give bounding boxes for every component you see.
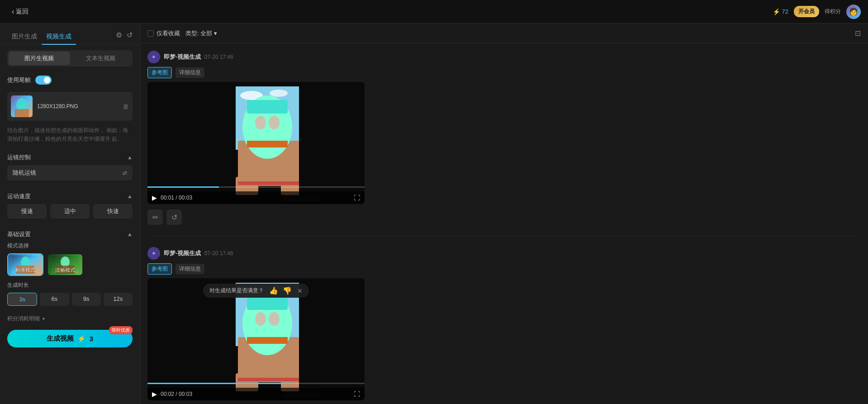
svg-point-1 (16, 98, 27, 111)
generate-btn-icon: ⚡ (77, 335, 86, 343)
tab-image-generation[interactable]: 图片生成 (7, 29, 42, 44)
camera-select[interactable]: 随机运镜 ⇄ (7, 165, 133, 181)
points-detail-link[interactable]: 得积分 (825, 8, 841, 15)
post-2-title: 即梦·视频生成 (164, 249, 201, 257)
post-1-play-button[interactable]: ▶ (152, 194, 157, 201)
post-1-edit-button[interactable]: ✏ (147, 209, 163, 225)
sub-tab-img-to-video[interactable]: 图片生视频 (9, 52, 70, 65)
main-layout: 图片生成 视频生成 ⚙ ↺ 图片生视频 文本生视频 使用尾帧 (0, 24, 868, 404)
speed-section-toggle[interactable]: ▲ (127, 193, 133, 200)
limited-offer-badge: 限时优惠 (109, 326, 133, 334)
duration-3s-button[interactable]: 3s (7, 293, 37, 306)
duration-9s-button[interactable]: 9s (72, 293, 101, 306)
image-thumbnail (11, 95, 33, 117)
post-1-tag-reference[interactable]: 参考图 (147, 67, 172, 78)
post-2-play-button[interactable]: ▶ (152, 390, 157, 398)
post-1-tag-detail[interactable]: 详细信息 (175, 67, 204, 78)
points-icon: ⚡ (773, 8, 780, 15)
post-1-video-frame: ▶ 00:01 / 00:03 ⛶ (147, 82, 365, 204)
svg-rect-22 (238, 181, 299, 185)
camera-control-section: 运镜控制 ▲ 随机运镜 ⇄ (0, 149, 140, 186)
post-1-header: ✦ 即梦·视频生成 07-20 17:46 (147, 51, 861, 63)
posts-container: ✦ 即梦·视频生成 07-20 17:46 参考图 详细信息 (140, 43, 868, 404)
post-1-retry-button[interactable]: ↺ (166, 209, 182, 225)
post-2-tags: 参考图 详细信息 (147, 263, 861, 275)
post-2-fullscreen-button[interactable]: ⛶ (354, 390, 360, 398)
camera-select-arrow-icon: ⇄ (123, 170, 127, 176)
tail-frame-toggle[interactable] (35, 76, 52, 85)
mode-standard-label: 标准模式 (8, 267, 43, 274)
duration-label: 生成时长 (7, 281, 133, 289)
camera-section-header: 运镜控制 ▲ (7, 149, 133, 165)
sub-tabs: 图片生视频 文本生视频 (7, 50, 133, 67)
svg-rect-40 (299, 278, 365, 400)
points-badge: ⚡ 72 (773, 8, 788, 15)
speed-slow-button[interactable]: 慢速 (7, 204, 47, 219)
svg-rect-38 (238, 378, 299, 381)
post-1-actions: ✏ ↺ (147, 209, 861, 225)
content-toolbar: 仅看收藏 类型: 全部 ▾ ⊡ (140, 24, 868, 43)
refresh-icon[interactable]: ↺ (127, 31, 133, 39)
folder-button[interactable]: ⊡ (855, 29, 861, 38)
settings-icon[interactable]: ⚙ (116, 31, 122, 39)
sub-tab-text-to-video[interactable]: 文本生视频 (70, 52, 132, 65)
post-2-time-display: 00:02 / 00:03 (161, 391, 192, 397)
back-arrow-icon: ‹ (12, 8, 14, 16)
tab-row: 图片生成 视频生成 ⚙ ↺ (0, 24, 140, 45)
cost-label: 积分消耗明细 (7, 315, 40, 323)
topbar-right: ⚡ 72 开会员 得积分 🧑 (773, 5, 861, 19)
speed-medium-button[interactable]: 适中 (50, 204, 90, 219)
post-1-video-controls: ▶ 00:01 / 00:03 ⛶ (147, 191, 365, 204)
post-1-video-bg: ▶ 00:01 / 00:03 ⛶ (147, 82, 365, 204)
post-2-video-frame: 对生成结果是否满意？ 👍 👎 ✕ (147, 278, 365, 400)
back-button[interactable]: ‹ 返回 (7, 5, 33, 19)
camera-section-toggle[interactable]: ▲ (127, 154, 133, 161)
post-2-tag-reference[interactable]: 参考图 (147, 263, 172, 275)
type-filter-label: 类型: 全部 (185, 29, 212, 38)
satisfaction-close-button[interactable]: ✕ (297, 287, 303, 295)
post-2-video-bg: 对生成结果是否满意？ 👍 👎 ✕ (147, 278, 365, 400)
speed-fast-button[interactable]: 快速 (93, 204, 133, 219)
generate-btn-label: 生成视频 (47, 334, 74, 343)
favorites-checkbox[interactable] (147, 30, 154, 37)
type-filter[interactable]: 类型: 全部 ▾ (185, 29, 217, 38)
satisfaction-overlay: 对生成结果是否满意？ 👍 👎 ✕ (203, 284, 309, 298)
image-delete-button[interactable]: 🗑 (123, 103, 129, 110)
post-2-icon: ✦ (147, 247, 160, 260)
cost-row: 积分消耗明细 ▾ (0, 313, 140, 326)
svg-point-17 (269, 116, 280, 129)
mode-standard-card[interactable]: 标准模式 (7, 253, 43, 276)
sidebar: 图片生成 视频生成 ⚙ ↺ 图片生视频 文本生视频 使用尾帧 (0, 24, 140, 404)
thumbs-up-button[interactable]: 👍 (269, 286, 278, 295)
basic-section-toggle[interactable]: ▲ (127, 231, 133, 238)
post-1-time-display: 00:01 / 00:03 (161, 195, 192, 201)
post-1-fullscreen-button[interactable]: ⛶ (354, 194, 360, 201)
content-area: 仅看收藏 类型: 全部 ▾ ⊡ ✦ 即梦·视频生成 07-20 17:46 参考… (140, 24, 868, 404)
back-label: 返回 (16, 8, 28, 16)
duration-6s-button[interactable]: 6s (40, 293, 69, 306)
tab-video-generation[interactable]: 视频生成 (42, 29, 76, 44)
post-card-2: ✦ 即梦·视频生成 07-20 17:46 参考图 详细信息 (147, 247, 861, 404)
satisfaction-buttons: 👍 👎 (269, 286, 292, 295)
speed-section-title: 运动速度 (7, 192, 31, 200)
satisfaction-text: 对生成结果是否满意？ (209, 287, 264, 295)
mode-smooth-card[interactable]: 流畅模式 (47, 253, 83, 276)
duration-buttons: 3s 6s 9s 12s (7, 293, 133, 306)
generate-btn-points: 3 (90, 335, 93, 342)
favorites-filter[interactable]: 仅看收藏 (147, 29, 180, 38)
thumbs-down-button[interactable]: 👎 (283, 286, 292, 295)
svg-point-32 (255, 312, 266, 326)
post-2-progress-bar (147, 383, 365, 384)
member-button[interactable]: 开会员 (794, 6, 819, 17)
svg-rect-2 (14, 109, 29, 117)
user-avatar[interactable]: 🧑 (846, 5, 861, 19)
post-1-icon: ✦ (147, 51, 160, 63)
generate-button-wrap: 限时优惠 生成视频 ⚡ 3 (0, 326, 140, 355)
basic-settings-section: 基础设置 ▲ 模式选择 (0, 226, 140, 311)
cost-detail-arrow-icon: ▾ (43, 316, 45, 321)
duration-12s-button[interactable]: 12s (104, 293, 133, 306)
basic-section-header: 基础设置 ▲ (7, 226, 133, 242)
image-card: 1280X1280.PNG 🗑 (7, 92, 133, 121)
mode-cards: 标准模式 (7, 253, 133, 276)
post-2-tag-detail[interactable]: 详细信息 (175, 264, 204, 274)
